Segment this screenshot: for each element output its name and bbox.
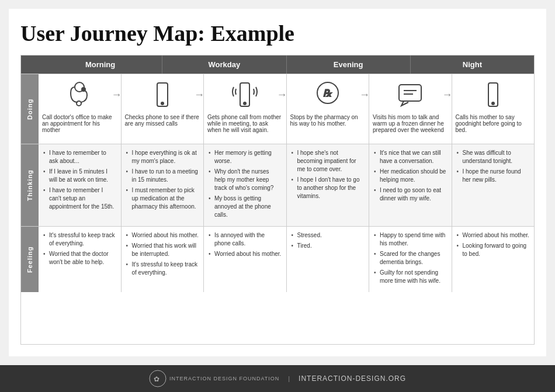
footer: ✿ INTERACTION DESIGN FOUNDATION | INTERA…	[0, 365, 555, 392]
bullet-item: •I hope I don't have to go to another sh…	[292, 176, 365, 200]
doing-text-evening1: Stops by the pharmacy on his way to his …	[290, 114, 366, 127]
doing-text-workday: Checks phone to see if there are any mis…	[125, 114, 200, 127]
thinking-cells: •I have to remember to ask about... •If …	[39, 144, 534, 226]
main-container: User Journey Map: Example Morning Workda…	[9, 9, 546, 356]
bullet: •	[43, 186, 49, 195]
bullet: •	[374, 149, 380, 157]
svg-point-6	[244, 102, 246, 105]
thinking-cell-1: •I hope everything is ok at my mom's pla…	[121, 144, 204, 226]
bullet-text: Worried about his mother.	[214, 250, 282, 258]
bullet-text: Her memory is getting worse.	[214, 149, 282, 165]
bullet-item: •Worried about his mother.	[126, 231, 199, 240]
arrow-3: →	[277, 89, 287, 101]
bullet-item: •I hope the nurse found her new pills.	[457, 168, 530, 184]
thinking-cell-4: •It's nice that we can still have a conv…	[369, 144, 452, 226]
bullet: •	[292, 242, 297, 250]
footer-org-name: INTERACTION DESIGN FOUNDATION	[169, 376, 279, 381]
svg-text:✿: ✿	[154, 375, 159, 383]
bullet-text: Worried about his mother.	[132, 231, 199, 240]
bullet-text: I need to go soon to eat dinner with my …	[380, 186, 447, 203]
bullet-text: Her medication should be helping more.	[380, 168, 447, 184]
bullet: •	[457, 231, 463, 240]
bullet: •	[126, 242, 132, 250]
arrow-2: →	[194, 89, 204, 101]
bullet-text: I have to run to a meeting in 15 minutes…	[132, 168, 199, 184]
bullet: •	[374, 231, 380, 240]
stethoscope-icon	[65, 80, 94, 109]
bullet-item: •Tired.	[292, 242, 365, 250]
bullet-text: My boss is getting annoyed at the phone …	[214, 195, 282, 219]
doing-cell-morning: → Call doctor's office to make an appoin…	[39, 74, 121, 144]
bullet: •	[374, 186, 380, 195]
svg-point-4	[161, 102, 164, 105]
feeling-cells: •It's stressful to keep track of everyth…	[39, 227, 534, 292]
bullet: •	[457, 168, 463, 176]
doing-text-morning: Call doctor's office to make an appointm…	[42, 114, 117, 133]
bullet: •	[292, 149, 297, 157]
bullet: •	[209, 231, 214, 240]
feeling-cell-0: •It's stressful to keep track of everyth…	[39, 227, 121, 292]
bullet-item: •Worried that his work will be interrupt…	[126, 242, 199, 258]
bullet-text: I have to remember to ask about...	[49, 149, 116, 165]
footer-divider: |	[288, 375, 290, 382]
feeling-cell-2: •Is annoyed with the phone calls. •Worri…	[203, 227, 286, 292]
doing-row: Doing → Call doctor's office	[21, 74, 534, 144]
bullet: •	[126, 168, 132, 176]
header-spacer	[21, 55, 39, 74]
foundation-logo-icon: ✿	[149, 370, 166, 387]
doing-text-workday2: Gets phone call from mother while in mee…	[207, 114, 283, 133]
doing-cell-workday: → Checks phone to see if there are any m…	[121, 74, 204, 144]
icon-area-phone: →	[125, 80, 200, 109]
phase-header-workday: Workday	[162, 55, 286, 74]
doing-text-night: Calls his mother to say goodnight before…	[456, 114, 531, 133]
bullet: •	[209, 250, 214, 258]
bullet-text: Tired.	[297, 242, 365, 250]
bullet-item: •Worried about his mother.	[457, 231, 530, 240]
thinking-row: Thinking •I have to remember to ask abou…	[21, 144, 534, 226]
svg-rect-9	[399, 85, 421, 101]
arrow-1: →	[112, 89, 122, 101]
svg-point-13	[492, 102, 494, 105]
bullet-item: •I have to remember I can't setup an app…	[43, 186, 116, 211]
feeling-cell-5: •Worried about his mother. •Looking forw…	[452, 227, 535, 292]
arrow-4: →	[359, 89, 370, 101]
bullet: •	[43, 149, 49, 157]
icon-area-phone2	[456, 80, 531, 109]
feeling-cell-1: •Worried about his mother. •Worried that…	[121, 227, 204, 292]
bullet: •	[457, 149, 463, 157]
bullet: •	[126, 149, 132, 157]
bullet: •	[126, 231, 132, 240]
chat-icon	[396, 80, 425, 109]
bullet-text: I have to remember I can't setup an appo…	[49, 186, 116, 211]
doing-cell-evening1: ℞ → Stops by the pharmacy on his way to …	[286, 74, 369, 144]
bullet-text: Worried about his mother.	[463, 231, 530, 240]
doing-cell-night: Calls his mother to say goodnight before…	[452, 74, 535, 144]
phase-header-night: Night	[410, 55, 534, 74]
bullet: •	[43, 231, 49, 240]
svg-text:℞: ℞	[323, 88, 332, 98]
bullet-item: •I have to remember to ask about...	[43, 149, 116, 165]
bullet: •	[457, 242, 463, 250]
bullet-item: •She was difficult to understand tonight…	[457, 149, 530, 165]
bullet-item: •If I leave in 5 minutes I will be at wo…	[43, 168, 116, 184]
bullet-item: •Stressed.	[292, 231, 365, 240]
phase-header-evening: Evening	[286, 55, 410, 74]
bullet-item: •I must remember to pick up medication a…	[126, 186, 199, 211]
bullet-item: •Scared for the changes dementia brings.	[374, 250, 447, 266]
bullet-text: I hope I don't have to go to another sho…	[297, 176, 365, 200]
bullet-item: •Is annoyed with the phone calls.	[209, 231, 282, 248]
icon-area-stethoscope: →	[42, 80, 117, 109]
phone-ring-icon	[230, 80, 259, 109]
doing-label: Doing	[21, 74, 39, 144]
bullet: •	[209, 168, 214, 176]
bullet-item: •It's stressful to keep track of everyth…	[43, 231, 116, 248]
page-title: User Journey Map: Example	[20, 20, 535, 46]
bullet-text: Worried that the doctor won't be able to…	[49, 250, 116, 266]
bullet-text: I hope everything is ok at my mom's plac…	[132, 149, 199, 165]
bullet-item: •Why don't the nurses help my mother kee…	[209, 168, 282, 192]
doing-cells: → Call doctor's office to make an appoin…	[39, 74, 534, 144]
bullet-item: •Guilty for not spending more time with …	[374, 269, 447, 285]
bullet-text: If I leave in 5 minutes I will be at wor…	[49, 168, 116, 184]
bullet-item: •Looking forward to going to bed.	[457, 242, 530, 258]
bullet-item: •Her medication should be helping more.	[374, 168, 447, 184]
